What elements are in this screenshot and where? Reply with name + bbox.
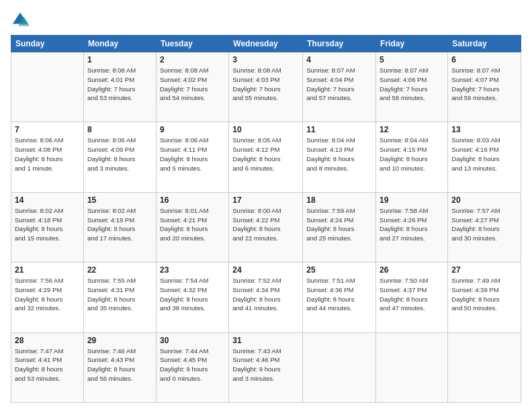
logo — [11, 11, 32, 30]
calendar-cell: 7Sunrise: 8:06 AM Sunset: 4:08 PM Daylig… — [11, 122, 84, 192]
day-info: Sunrise: 8:07 AM Sunset: 4:04 PM Dayligh… — [306, 66, 372, 103]
calendar-cell: 25Sunrise: 7:51 AM Sunset: 4:36 PM Dayli… — [303, 263, 376, 332]
day-info: Sunrise: 8:02 AM Sunset: 4:18 PM Dayligh… — [15, 206, 80, 243]
day-info: Sunrise: 8:08 AM Sunset: 4:01 PM Dayligh… — [87, 66, 152, 103]
day-info: Sunrise: 8:02 AM Sunset: 4:19 PM Dayligh… — [87, 206, 152, 243]
day-info: Sunrise: 7:44 AM Sunset: 4:45 PM Dayligh… — [160, 347, 225, 383]
day-info: Sunrise: 8:07 AM Sunset: 4:07 PM Dayligh… — [451, 66, 517, 103]
day-number: 11 — [306, 125, 372, 134]
calendar-week-row: 28Sunrise: 7:47 AM Sunset: 4:41 PM Dayli… — [11, 332, 521, 402]
day-number: 1 — [87, 55, 152, 64]
calendar-week-row: 1Sunrise: 8:08 AM Sunset: 4:01 PM Daylig… — [11, 52, 521, 122]
calendar-cell: 3Sunrise: 8:08 AM Sunset: 4:03 PM Daylig… — [229, 52, 303, 122]
day-info: Sunrise: 7:51 AM Sunset: 4:36 PM Dayligh… — [306, 276, 372, 313]
calendar-cell: 5Sunrise: 8:07 AM Sunset: 4:06 PM Daylig… — [376, 52, 448, 122]
header — [11, 8, 521, 30]
day-number: 22 — [87, 265, 152, 275]
day-number: 27 — [451, 265, 517, 275]
day-info: Sunrise: 8:08 AM Sunset: 4:03 PM Dayligh… — [232, 66, 299, 103]
day-number: 17 — [232, 195, 299, 205]
day-info: Sunrise: 7:59 AM Sunset: 4:24 PM Dayligh… — [306, 206, 372, 243]
day-info: Sunrise: 8:08 AM Sunset: 4:02 PM Dayligh… — [160, 66, 225, 103]
calendar-week-row: 7Sunrise: 8:06 AM Sunset: 4:08 PM Daylig… — [11, 122, 521, 192]
day-info: Sunrise: 7:47 AM Sunset: 4:41 PM Dayligh… — [15, 347, 80, 383]
page: SundayMondayTuesdayWednesdayThursdayFrid… — [0, 0, 532, 411]
day-number: 14 — [15, 195, 80, 205]
day-number: 25 — [306, 265, 372, 275]
calendar-cell: 26Sunrise: 7:50 AM Sunset: 4:37 PM Dayli… — [376, 263, 448, 332]
day-info: Sunrise: 7:57 AM Sunset: 4:27 PM Dayligh… — [451, 206, 517, 243]
day-info: Sunrise: 7:55 AM Sunset: 4:31 PM Dayligh… — [87, 276, 152, 313]
calendar-cell: 15Sunrise: 8:02 AM Sunset: 4:19 PM Dayli… — [83, 192, 156, 262]
calendar-table: SundayMondayTuesdayWednesdayThursdayFrid… — [11, 35, 521, 403]
day-info: Sunrise: 8:06 AM Sunset: 4:09 PM Dayligh… — [87, 136, 152, 173]
calendar-cell: 23Sunrise: 7:54 AM Sunset: 4:32 PM Dayli… — [156, 263, 228, 332]
day-info: Sunrise: 8:04 AM Sunset: 4:15 PM Dayligh… — [380, 136, 444, 173]
day-number: 9 — [160, 125, 225, 134]
calendar-cell: 29Sunrise: 7:46 AM Sunset: 4:43 PM Dayli… — [83, 332, 156, 402]
day-info: Sunrise: 8:05 AM Sunset: 4:12 PM Dayligh… — [232, 136, 299, 173]
calendar-cell: 22Sunrise: 7:55 AM Sunset: 4:31 PM Dayli… — [83, 263, 156, 332]
calendar-cell: 6Sunrise: 8:07 AM Sunset: 4:07 PM Daylig… — [448, 52, 521, 122]
col-header-friday: Friday — [376, 36, 448, 52]
calendar-cell: 12Sunrise: 8:04 AM Sunset: 4:15 PM Dayli… — [376, 122, 448, 192]
calendar-cell: 20Sunrise: 7:57 AM Sunset: 4:27 PM Dayli… — [448, 192, 521, 262]
day-number: 24 — [232, 265, 299, 275]
day-info: Sunrise: 7:50 AM Sunset: 4:37 PM Dayligh… — [380, 276, 444, 313]
calendar-cell: 16Sunrise: 8:01 AM Sunset: 4:21 PM Dayli… — [156, 192, 228, 262]
day-number: 30 — [160, 336, 225, 345]
day-info: Sunrise: 7:54 AM Sunset: 4:32 PM Dayligh… — [160, 276, 225, 313]
day-info: Sunrise: 7:49 AM Sunset: 4:39 PM Dayligh… — [451, 276, 517, 313]
day-number: 23 — [160, 265, 225, 275]
day-number: 19 — [380, 195, 444, 205]
day-number: 15 — [87, 195, 152, 205]
calendar-header-row: SundayMondayTuesdayWednesdayThursdayFrid… — [11, 36, 521, 52]
day-info: Sunrise: 7:46 AM Sunset: 4:43 PM Dayligh… — [87, 347, 152, 383]
day-number: 5 — [380, 55, 444, 64]
day-number: 13 — [451, 125, 517, 134]
day-info: Sunrise: 7:58 AM Sunset: 4:26 PM Dayligh… — [380, 206, 444, 243]
calendar-cell: 10Sunrise: 8:05 AM Sunset: 4:12 PM Dayli… — [229, 122, 303, 192]
day-number: 6 — [451, 55, 517, 64]
day-number: 2 — [160, 55, 225, 64]
day-info: Sunrise: 8:01 AM Sunset: 4:21 PM Dayligh… — [160, 206, 225, 243]
col-header-thursday: Thursday — [303, 36, 376, 52]
day-info: Sunrise: 7:56 AM Sunset: 4:29 PM Dayligh… — [15, 276, 80, 313]
calendar-cell — [448, 332, 521, 402]
day-info: Sunrise: 8:07 AM Sunset: 4:06 PM Dayligh… — [380, 66, 444, 103]
calendar-cell: 11Sunrise: 8:04 AM Sunset: 4:13 PM Dayli… — [303, 122, 376, 192]
day-number: 8 — [87, 125, 152, 134]
calendar-week-row: 14Sunrise: 8:02 AM Sunset: 4:18 PM Dayli… — [11, 192, 521, 262]
day-number: 21 — [15, 265, 80, 275]
calendar-week-row: 21Sunrise: 7:56 AM Sunset: 4:29 PM Dayli… — [11, 263, 521, 332]
col-header-wednesday: Wednesday — [229, 36, 303, 52]
calendar-cell: 8Sunrise: 8:06 AM Sunset: 4:09 PM Daylig… — [83, 122, 156, 192]
calendar-cell: 17Sunrise: 8:00 AM Sunset: 4:22 PM Dayli… — [229, 192, 303, 262]
day-info: Sunrise: 8:00 AM Sunset: 4:22 PM Dayligh… — [232, 206, 299, 243]
calendar-cell: 2Sunrise: 8:08 AM Sunset: 4:02 PM Daylig… — [156, 52, 228, 122]
col-header-monday: Monday — [83, 36, 156, 52]
day-number: 12 — [380, 125, 444, 134]
day-number: 4 — [306, 55, 372, 64]
day-info: Sunrise: 7:52 AM Sunset: 4:34 PM Dayligh… — [232, 276, 299, 313]
day-info: Sunrise: 8:06 AM Sunset: 4:08 PM Dayligh… — [15, 136, 80, 173]
calendar-cell — [11, 52, 84, 122]
calendar-cell: 21Sunrise: 7:56 AM Sunset: 4:29 PM Dayli… — [11, 263, 84, 332]
day-number: 7 — [15, 125, 80, 134]
day-number: 26 — [380, 265, 444, 275]
day-number: 3 — [232, 55, 299, 64]
day-number: 31 — [232, 336, 299, 345]
day-number: 16 — [160, 195, 225, 205]
calendar-cell: 13Sunrise: 8:03 AM Sunset: 4:16 PM Dayli… — [448, 122, 521, 192]
calendar-cell: 19Sunrise: 7:58 AM Sunset: 4:26 PM Dayli… — [376, 192, 448, 262]
col-header-saturday: Saturday — [448, 36, 521, 52]
calendar-cell: 31Sunrise: 7:43 AM Sunset: 4:46 PM Dayli… — [229, 332, 303, 402]
day-number: 20 — [451, 195, 517, 205]
day-info: Sunrise: 8:06 AM Sunset: 4:11 PM Dayligh… — [160, 136, 225, 173]
logo-icon — [11, 11, 30, 30]
day-number: 29 — [87, 336, 152, 345]
day-info: Sunrise: 8:04 AM Sunset: 4:13 PM Dayligh… — [306, 136, 372, 173]
day-info: Sunrise: 8:03 AM Sunset: 4:16 PM Dayligh… — [451, 136, 517, 173]
calendar-cell — [303, 332, 376, 402]
col-header-tuesday: Tuesday — [156, 36, 228, 52]
